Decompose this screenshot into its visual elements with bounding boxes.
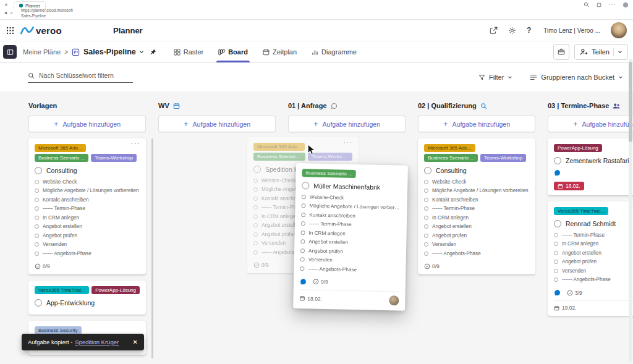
checklist-item-checkbox[interactable] xyxy=(424,180,428,184)
pin-icon[interactable] xyxy=(150,49,156,56)
checklist-item-checkbox[interactable] xyxy=(300,257,305,261)
forward-icon[interactable]: ▸ xyxy=(11,10,13,15)
add-task-button[interactable]: +Aufgabe hinzufügen xyxy=(418,116,535,132)
checklist-item-checkbox[interactable] xyxy=(424,224,428,229)
checklist-item-checkbox[interactable] xyxy=(35,206,39,211)
breadcrumb[interactable]: Meine Pläne xyxy=(23,48,61,56)
add-task-button[interactable]: +Aufgabe hinzufügen xyxy=(158,116,276,132)
address-bar[interactable]: https://planner.cloud.microsoft Sales-Pi… xyxy=(21,8,73,19)
sidebar-toggle-button[interactable] xyxy=(3,45,17,59)
checklist-item: In CRM anlegen xyxy=(554,240,633,249)
checklist-item-checkbox[interactable] xyxy=(253,232,258,237)
checklist-item-checkbox[interactable] xyxy=(424,252,428,256)
task-complete-checkbox[interactable] xyxy=(35,167,42,174)
checklist-item-checkbox[interactable] xyxy=(302,195,306,199)
keyword-filter-input[interactable] xyxy=(39,72,133,79)
checklist-item-checkbox[interactable] xyxy=(253,241,258,245)
checklist-item-checkbox[interactable] xyxy=(301,231,305,235)
checklist-item-checkbox[interactable] xyxy=(253,205,258,210)
checklist-item-checkbox[interactable] xyxy=(35,180,39,184)
tab-raster[interactable]: Raster xyxy=(174,41,203,62)
checklist-item-checkbox[interactable] xyxy=(35,188,39,193)
checklist-item-checkbox[interactable] xyxy=(300,266,304,271)
veroo-logo[interactable]: veroo xyxy=(20,25,62,36)
toast-close-icon[interactable]: ✕ xyxy=(133,339,138,345)
checklist-item-checkbox[interactable] xyxy=(424,234,428,238)
toast-link[interactable]: Spedition Krüger xyxy=(75,339,119,345)
task-card[interactable]: Business Szenario ...Müller Maschinenfab… xyxy=(293,163,408,310)
task-complete-checkbox[interactable] xyxy=(554,157,561,164)
task-complete-checkbox[interactable] xyxy=(424,167,431,174)
keyword-filter[interactable] xyxy=(28,72,133,83)
plan-title[interactable]: Sales-Pipeline xyxy=(83,48,136,56)
close-icon[interactable]: ✕ xyxy=(4,2,8,7)
checklist-item-checkbox[interactable] xyxy=(301,213,305,217)
task-card[interactable]: ···Microsoft 365 Ado...Business Szenario… xyxy=(28,138,146,274)
checklist-item-checkbox[interactable] xyxy=(35,234,39,238)
task-complete-checkbox[interactable] xyxy=(302,182,309,189)
task-complete-checkbox[interactable] xyxy=(35,299,42,307)
task-card[interactable]: Microsoft 365 Ado...Business Szenario ..… xyxy=(418,138,535,274)
checklist-item-checkbox[interactable] xyxy=(253,214,258,219)
task-complete-checkbox[interactable] xyxy=(554,220,561,227)
checklist-item-checkbox[interactable] xyxy=(554,233,558,237)
checklist-item-checkbox[interactable] xyxy=(253,179,258,183)
tab-diagramme[interactable]: Diagramme xyxy=(312,41,357,62)
help-icon[interactable]: ? xyxy=(527,26,531,35)
checklist-item-checkbox[interactable] xyxy=(253,223,258,227)
task-card[interactable]: Veroo365 TimeTrac...PowerApp-LösungApp-E… xyxy=(28,281,146,315)
add-task-button[interactable]: +Aufgabe hinzufügen xyxy=(28,116,146,132)
scrollbar-thumb[interactable] xyxy=(629,62,632,142)
task-card[interactable]: PowerApp-LösungZementwerk Rastafari16.02… xyxy=(548,138,633,195)
tab-zeitplan[interactable]: Zeitplan xyxy=(263,41,297,62)
checklist-item-checkbox[interactable] xyxy=(253,197,258,201)
checklist-item: ------ Angebots-Phase xyxy=(35,249,140,258)
user-avatar[interactable] xyxy=(611,22,627,38)
checklist-item-checkbox[interactable] xyxy=(554,269,558,273)
checklist-item-checkbox[interactable] xyxy=(300,239,305,243)
share-icon[interactable] xyxy=(490,27,498,35)
checklist-item-checkbox[interactable] xyxy=(35,242,39,247)
checklist-item-checkbox[interactable] xyxy=(35,198,39,202)
add-task-label: Aufgabe hinzufügen xyxy=(63,121,121,128)
browser-menu-icon[interactable]: ··· xyxy=(609,2,616,7)
browser-profile-icon[interactable] xyxy=(623,2,628,7)
browser-search-icon[interactable] xyxy=(584,2,589,7)
bucket-name: 03 | Termine-Phase xyxy=(548,102,609,109)
label-row: Microsoft 365 Ado... xyxy=(253,143,352,151)
task-card[interactable]: Veroo365 TimeTrac...Rennrad Schmidt-----… xyxy=(548,201,633,316)
checklist-item-checkbox[interactable] xyxy=(301,221,305,226)
checklist-item-checkbox[interactable] xyxy=(253,187,258,192)
checklist-item-checkbox[interactable] xyxy=(424,216,428,220)
checklist-item-checkbox[interactable] xyxy=(554,277,558,282)
gear-icon[interactable] xyxy=(508,27,516,35)
card-menu-button[interactable]: ··· xyxy=(131,140,141,147)
add-task-button[interactable]: +Aufgabe hinzufügen xyxy=(548,116,633,132)
checklist-item-checkbox[interactable] xyxy=(424,242,428,247)
column-scrollbar-thumb[interactable] xyxy=(151,138,153,358)
checklist-item-checkbox[interactable] xyxy=(424,188,428,193)
tab-board[interactable]: Board xyxy=(218,41,248,62)
checklist-item-checkbox[interactable] xyxy=(301,203,305,208)
share-button[interactable]: Teilen xyxy=(574,44,628,60)
filter-button[interactable]: Filter xyxy=(478,74,512,81)
checklist-item-checkbox[interactable] xyxy=(35,224,39,229)
checklist-item-checkbox[interactable] xyxy=(554,251,558,255)
group-by-button[interactable]: Gruppieren nach Bucket xyxy=(530,74,623,81)
add-task-button[interactable]: +Aufgabe hinzufügen xyxy=(288,116,406,132)
checklist-item-checkbox[interactable] xyxy=(300,248,305,253)
checklist-item-checkbox[interactable] xyxy=(424,198,428,202)
back-icon[interactable]: ◂ xyxy=(4,10,7,15)
briefcase-button[interactable] xyxy=(553,44,569,60)
checklist-item-checkbox[interactable] xyxy=(424,206,428,211)
checklist-item-checkbox[interactable] xyxy=(554,260,558,264)
waffle-icon[interactable] xyxy=(6,27,14,35)
checklist-item-checkbox[interactable] xyxy=(253,250,258,255)
checklist-item-checkbox[interactable] xyxy=(35,252,39,256)
card-menu-button[interactable]: ··· xyxy=(344,138,354,146)
checklist-item-checkbox[interactable] xyxy=(35,216,39,220)
checklist-item-checkbox[interactable] xyxy=(554,242,558,246)
fullscreen-icon[interactable] xyxy=(597,2,601,7)
task-complete-checkbox[interactable] xyxy=(253,166,261,173)
chevron-down-icon[interactable] xyxy=(139,49,144,54)
